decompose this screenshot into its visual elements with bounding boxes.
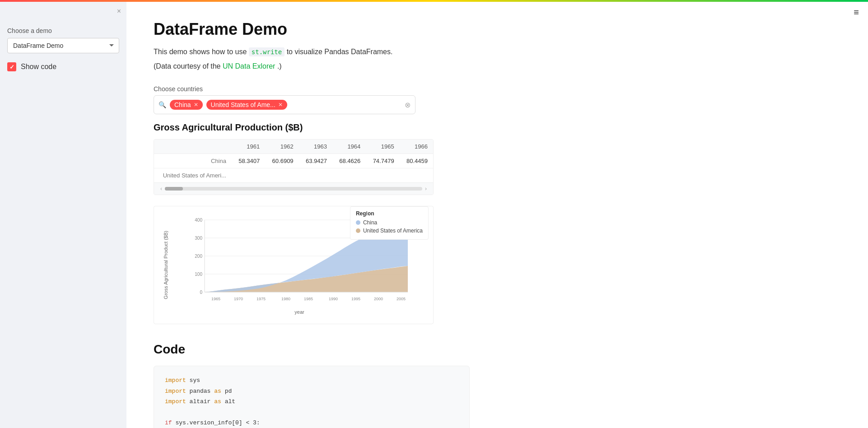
choose-demo-label: Choose a demo bbox=[7, 27, 119, 34]
code-block: import sys import pandas as pd import al… bbox=[154, 366, 470, 428]
tag-usa-close[interactable]: ✕ bbox=[278, 102, 283, 108]
row-china-1965: 74.7479 bbox=[366, 154, 399, 168]
page-title: DataFrame Demo bbox=[154, 20, 841, 39]
legend-usa-dot bbox=[356, 228, 360, 233]
table-header-row: 1961 1962 1963 1964 1965 1966 bbox=[154, 140, 433, 154]
table-col-1961: 1961 bbox=[232, 140, 265, 154]
table-col-1964: 1964 bbox=[332, 140, 366, 154]
code-line-2: import pandas as pd bbox=[165, 386, 458, 396]
table-row: United States of Ameri... bbox=[154, 168, 433, 183]
code-line-3: import altair as alt bbox=[165, 396, 458, 407]
show-code-checkbox[interactable] bbox=[7, 62, 16, 71]
chart-container: Gross Agricultural Product ($B) 400 300 … bbox=[154, 206, 434, 324]
svg-text:200: 200 bbox=[195, 254, 202, 259]
scroll-left-arrow[interactable]: ‹ bbox=[158, 185, 165, 193]
x-axis-label: year bbox=[175, 309, 424, 315]
code-line-4: if sys.version_info[0] < 3: bbox=[165, 418, 458, 428]
row-usa-1961 bbox=[232, 168, 265, 183]
row-china-1966: 80.4459 bbox=[400, 154, 433, 168]
legend-china: China bbox=[356, 219, 423, 226]
desc-text-2: to visualize Pandas DataFrames. bbox=[287, 48, 393, 56]
table-col-1963: 1963 bbox=[299, 140, 332, 154]
tag-china[interactable]: China ✕ bbox=[170, 100, 203, 110]
data-table-wrapper: 1961 1962 1963 1964 1965 1966 China 58.3… bbox=[154, 139, 434, 195]
row-usa-1963 bbox=[299, 168, 332, 183]
row-usa-1965 bbox=[366, 168, 399, 183]
row-usa-1964 bbox=[332, 168, 366, 183]
row-usa-1962 bbox=[265, 168, 299, 183]
scroll-right-arrow[interactable]: › bbox=[422, 185, 429, 193]
chart-legend: Region China United States of America bbox=[350, 206, 429, 240]
inline-code-stwrite: st.write bbox=[249, 47, 285, 56]
data-source-line: (Data courtesy of the UN Data Exlorer .) bbox=[154, 60, 841, 72]
svg-text:0: 0 bbox=[200, 290, 202, 295]
description-line: This demo shows how to use st.write to v… bbox=[154, 46, 841, 58]
scroll-track[interactable] bbox=[165, 187, 422, 191]
main-content: DataFrame Demo This demo shows how to us… bbox=[126, 2, 868, 428]
sidebar: × Choose a demo DataFrame Demo Altair Ch… bbox=[0, 2, 126, 428]
hamburger-menu-button[interactable]: ≡ bbox=[854, 7, 859, 18]
code-line-blank bbox=[165, 407, 458, 417]
code-section-title: Code bbox=[154, 342, 841, 357]
country-selector[interactable]: 🔍 China ✕ United States of Ame... ✕ ⊗ bbox=[154, 95, 415, 114]
show-code-label: Show code bbox=[21, 63, 56, 71]
row-china-1961: 58.3407 bbox=[232, 154, 265, 168]
svg-text:100: 100 bbox=[195, 272, 202, 277]
svg-text:300: 300 bbox=[195, 236, 202, 241]
demo-select[interactable]: DataFrame Demo Altair Chart Mapping Demo… bbox=[7, 38, 119, 53]
un-data-link[interactable]: UN Data Exlorer bbox=[223, 62, 275, 70]
tag-usa-label: United States of Ame... bbox=[211, 101, 275, 108]
svg-text:1980: 1980 bbox=[281, 297, 290, 301]
svg-text:1975: 1975 bbox=[257, 297, 266, 301]
table-row: China 58.3407 60.6909 63.9427 68.4626 74… bbox=[154, 154, 433, 168]
hamburger-icon: ≡ bbox=[854, 7, 859, 17]
sidebar-close-button[interactable]: × bbox=[117, 7, 121, 15]
table-col-1965: 1965 bbox=[366, 140, 399, 154]
row-china-1964: 68.4626 bbox=[332, 154, 366, 168]
code-line-1: import sys bbox=[165, 375, 458, 386]
top-gradient-bar bbox=[0, 0, 868, 2]
row-china-1962: 60.6909 bbox=[265, 154, 299, 168]
svg-text:1995: 1995 bbox=[351, 297, 360, 301]
legend-usa-label: United States of America bbox=[363, 228, 423, 234]
data-note-suffix: .) bbox=[277, 62, 282, 70]
search-icon: 🔍 bbox=[159, 101, 166, 108]
svg-text:2005: 2005 bbox=[397, 297, 406, 301]
table-scroll-row: ‹ › bbox=[154, 182, 433, 195]
chart-menu-button[interactable]: ··· bbox=[364, 210, 370, 218]
row-china-label: China bbox=[154, 154, 232, 168]
svg-text:1990: 1990 bbox=[329, 297, 338, 301]
data-note-prefix: (Data courtesy of the bbox=[154, 62, 221, 70]
svg-text:400: 400 bbox=[195, 218, 202, 223]
desc-text-1: This demo shows how to use bbox=[154, 48, 247, 56]
svg-text:1965: 1965 bbox=[211, 297, 220, 301]
tag-china-close[interactable]: ✕ bbox=[194, 102, 198, 108]
y-axis-label: Gross Agricultural Product ($B) bbox=[163, 231, 168, 299]
choose-countries-label: Choose countries bbox=[154, 85, 841, 93]
scroll-thumb bbox=[165, 187, 183, 191]
selector-clear-button[interactable]: ⊗ bbox=[405, 101, 411, 109]
row-usa-1966 bbox=[400, 168, 433, 183]
row-china-1963: 63.9427 bbox=[299, 154, 332, 168]
data-table: 1961 1962 1963 1964 1965 1966 China 58.3… bbox=[154, 140, 433, 182]
row-usa-label: United States of Ameri... bbox=[154, 168, 232, 183]
table-col-1962: 1962 bbox=[265, 140, 299, 154]
svg-text:1970: 1970 bbox=[234, 297, 243, 301]
svg-text:1985: 1985 bbox=[304, 297, 313, 301]
legend-usa: United States of America bbox=[356, 228, 423, 234]
chart-section-title: Gross Agricultural Production ($B) bbox=[154, 122, 841, 133]
tag-china-label: China bbox=[174, 101, 191, 108]
tag-usa[interactable]: United States of Ame... ✕ bbox=[206, 100, 287, 110]
show-code-row: Show code bbox=[7, 62, 119, 71]
legend-china-label: China bbox=[363, 219, 377, 226]
table-col-label bbox=[154, 140, 232, 154]
legend-china-dot bbox=[356, 220, 360, 225]
svg-text:2000: 2000 bbox=[374, 297, 383, 301]
table-col-1966: 1966 bbox=[400, 140, 433, 154]
